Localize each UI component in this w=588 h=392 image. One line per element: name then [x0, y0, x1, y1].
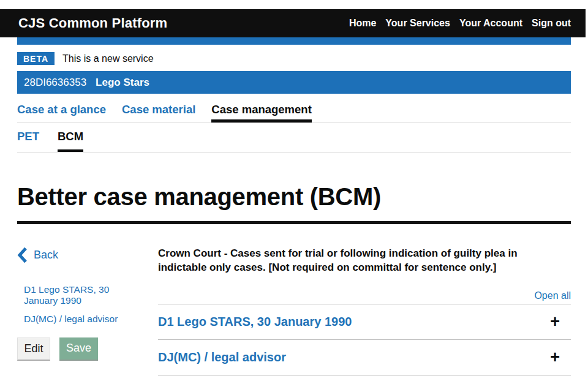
open-all-link[interactable]: Open all [534, 290, 571, 301]
sidebar-links: D1 Lego STARS, 30 January 1990 DJ(MC) / … [24, 284, 123, 325]
phase-banner-text: This is a new service [62, 53, 154, 64]
beta-badge: BETA [17, 52, 55, 65]
main-content: Back D1 Lego STARS, 30 January 1990 DJ(M… [17, 244, 571, 375]
sidebar-actions: Edit Save [17, 337, 158, 361]
accordion-title: DJ(MC) / legal advisor [158, 350, 286, 364]
tab-case-management[interactable]: Case management [211, 99, 311, 123]
open-all-row: Open all [158, 290, 571, 301]
nav-your-account[interactable]: Your Account [459, 18, 522, 29]
nav-home[interactable]: Home [349, 18, 376, 29]
sidebar: Back D1 Lego STARS, 30 January 1990 DJ(M… [17, 244, 158, 375]
save-button[interactable]: Save [59, 337, 98, 361]
back-label: Back [34, 249, 58, 262]
subtab-pet[interactable]: PET [17, 123, 39, 152]
phase-banner: BETA This is a new service [17, 52, 154, 65]
sidebar-item-defendant[interactable]: D1 Lego STARS, 30 January 1990 [24, 284, 123, 306]
app-title: CJS Common Platform [18, 15, 167, 31]
plus-icon[interactable]: + [550, 314, 560, 330]
subtab-bcm[interactable]: BCM [58, 123, 83, 152]
case-number: 28DI6636353 [24, 77, 86, 89]
accordion-section-bench[interactable]: DJ(MC) / legal advisor + [158, 340, 571, 375]
sidebar-item-bench[interactable]: DJ(MC) / legal advisor [24, 314, 123, 325]
page-title-block: Better case management (BCM) [17, 182, 571, 224]
sub-tabs: PET BCM [17, 123, 571, 153]
top-nav: Home Your Services Your Account Sign out [349, 18, 586, 29]
chevron-left-icon [17, 247, 28, 263]
case-tabs: Case at a glance Case material Case mana… [17, 99, 571, 123]
nav-sign-out[interactable]: Sign out [532, 18, 571, 29]
tab-case-material[interactable]: Case material [122, 99, 195, 123]
plus-icon[interactable]: + [550, 349, 560, 366]
tab-case-at-a-glance[interactable]: Case at a glance [17, 99, 106, 123]
bcm-section: Crown Court - Cases sent for trial or fo… [158, 244, 571, 375]
accordion-section-defendant[interactable]: D1 Lego STARS, 30 January 1990 + [158, 304, 571, 340]
back-link[interactable]: Back [17, 247, 58, 263]
accordion: D1 Lego STARS, 30 January 1990 + DJ(MC) … [158, 304, 571, 375]
nav-your-services[interactable]: Your Services [385, 18, 450, 29]
accordion-title: D1 Lego STARS, 30 January 1990 [158, 315, 352, 329]
case-name: Lego Stars [96, 77, 149, 89]
section-description: Crown Court - Cases sent for trial or fo… [158, 246, 564, 274]
app-header: CJS Common Platform Home Your Services Y… [0, 9, 586, 37]
case-banner: 28DI6636353 Lego Stars [17, 71, 571, 94]
page-title: Better case management (BCM) [17, 182, 571, 211]
edit-button[interactable]: Edit [17, 337, 50, 361]
page: CJS Common Platform Home Your Services Y… [0, 0, 588, 392]
header-accent-bar [17, 37, 571, 45]
